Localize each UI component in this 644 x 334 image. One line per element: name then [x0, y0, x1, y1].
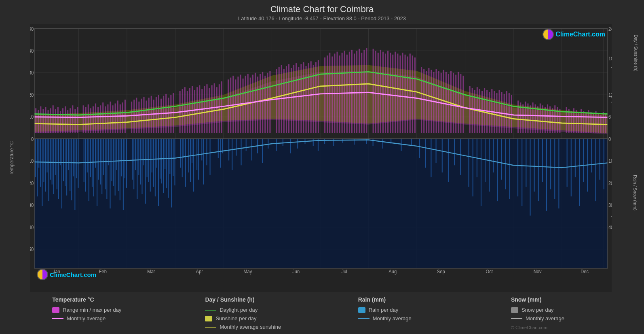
page-wrapper: Climate Chart for Coimbra Latitude 40.17… — [0, 0, 644, 334]
svg-rect-348 — [392, 55, 393, 133]
svg-rect-104 — [135, 139, 136, 170]
svg-rect-124 — [168, 139, 169, 198]
svg-rect-338 — [363, 50, 365, 133]
svg-rect-193 — [526, 139, 526, 187]
svg-rect-51 — [40, 139, 41, 187]
svg-rect-81 — [93, 139, 94, 196]
svg-rect-341 — [375, 51, 376, 133]
svg-rect-198 — [546, 139, 547, 211]
legend-swatch-sunshine — [205, 316, 212, 321]
svg-rect-315 — [303, 62, 304, 133]
svg-rect-220 — [50, 108, 51, 133]
svg-rect-243 — [110, 102, 111, 133]
svg-text:10: 10 — [608, 158, 612, 164]
svg-rect-99 — [123, 139, 124, 210]
legend-label-rain-avg: Monthly average — [373, 315, 412, 321]
legend-label-temp-avg: Monthly average — [67, 315, 106, 321]
svg-rect-74 — [78, 139, 78, 188]
svg-rect-247 — [120, 104, 121, 133]
legend-item-sunshine-per-day: Sunshine per day — [205, 315, 286, 321]
svg-rect-93 — [113, 139, 114, 186]
svg-rect-91 — [110, 139, 110, 208]
svg-rect-118 — [158, 139, 159, 206]
svg-rect-199 — [550, 139, 551, 189]
svg-rect-168 — [382, 139, 383, 149]
svg-rect-54 — [45, 139, 46, 191]
svg-rect-144 — [220, 139, 221, 168]
svg-rect-57 — [50, 139, 51, 180]
svg-rect-323 — [327, 55, 328, 133]
svg-rect-328 — [339, 55, 340, 133]
svg-rect-285 — [221, 81, 222, 133]
svg-rect-248 — [122, 102, 123, 133]
svg-text:30: 30 — [30, 70, 34, 76]
svg-text:40: 40 — [608, 224, 612, 230]
svg-text:Aug: Aug — [389, 268, 397, 274]
svg-rect-97 — [120, 139, 120, 200]
svg-rect-314 — [300, 64, 302, 133]
svg-rect-317 — [308, 63, 309, 133]
logo-bottom-left: ClimeChart.com — [37, 269, 96, 280]
svg-rect-240 — [102, 102, 103, 133]
svg-rect-122 — [165, 139, 165, 169]
svg-rect-355 — [410, 53, 411, 133]
svg-text:-20: -20 — [30, 180, 34, 186]
svg-rect-56 — [49, 139, 49, 201]
svg-rect-147 — [232, 139, 232, 170]
svg-rect-251 — [133, 100, 135, 133]
svg-rect-108 — [141, 139, 142, 194]
svg-rect-307 — [283, 69, 285, 133]
legend-item-rain-per-day: Rain per day — [358, 307, 439, 313]
svg-rect-72 — [74, 139, 75, 210]
svg-rect-195 — [534, 139, 535, 191]
legend-item-snow-per-day: Snow per day — [511, 307, 592, 313]
svg-rect-134 — [190, 139, 191, 182]
svg-rect-277 — [201, 89, 203, 133]
svg-rect-80 — [92, 139, 93, 187]
svg-rect-297 — [255, 73, 256, 133]
svg-rect-369 — [448, 74, 449, 133]
logo-icon-top — [543, 29, 554, 40]
legend-title-snow: Snow (mm) — [511, 296, 592, 303]
svg-rect-113 — [150, 139, 151, 191]
svg-rect-170 — [401, 139, 401, 151]
svg-rect-321 — [318, 60, 319, 133]
svg-rect-373 — [458, 72, 459, 133]
svg-rect-157 — [290, 139, 291, 153]
svg-rect-115 — [153, 139, 154, 187]
svg-rect-238 — [97, 107, 99, 133]
svg-rect-327 — [336, 52, 338, 133]
svg-rect-300 — [262, 72, 263, 133]
svg-rect-78 — [89, 139, 89, 201]
svg-rect-60 — [55, 139, 56, 175]
svg-rect-201 — [558, 139, 559, 208]
svg-rect-183 — [481, 139, 481, 206]
svg-rect-372 — [455, 74, 456, 133]
legend-line-rain-avg — [358, 318, 370, 319]
svg-rect-187 — [497, 139, 498, 201]
svg-rect-158 — [297, 139, 298, 149]
svg-rect-265 — [168, 98, 169, 133]
svg-rect-393 — [511, 95, 512, 133]
svg-rect-358 — [421, 67, 422, 133]
svg-rect-190 — [509, 139, 510, 199]
svg-text:Sep: Sep — [437, 268, 445, 274]
svg-rect-142 — [210, 139, 211, 175]
svg-rect-340 — [373, 49, 374, 133]
svg-rect-363 — [433, 72, 434, 133]
svg-text:May: May — [243, 268, 252, 274]
svg-rect-222 — [55, 109, 56, 133]
svg-rect-125 — [169, 139, 170, 174]
svg-rect-403 — [540, 104, 541, 133]
svg-rect-107 — [140, 139, 141, 184]
svg-text:6: 6 — [608, 114, 611, 120]
svg-rect-399 — [530, 105, 531, 133]
svg-rect-130 — [182, 139, 183, 177]
right-axis-label-2: Rain / Snow (mm) — [633, 175, 638, 211]
legend-group-sunshine: Day / Sunshine (h) Daylight per day Suns… — [205, 296, 286, 330]
svg-rect-244 — [112, 105, 114, 133]
svg-rect-376 — [469, 86, 471, 133]
svg-rect-292 — [243, 79, 244, 133]
svg-rect-274 — [194, 90, 195, 133]
svg-rect-342 — [378, 53, 379, 133]
